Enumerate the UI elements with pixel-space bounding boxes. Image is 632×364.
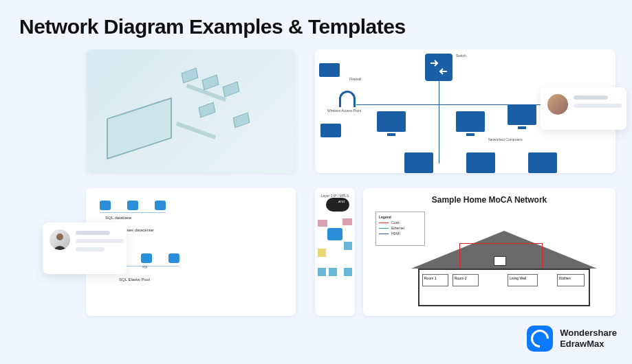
avatar <box>50 229 70 250</box>
placeholder-line <box>574 95 608 100</box>
brand-name-1: Wondershare <box>560 328 617 339</box>
placeholder-line <box>76 239 124 243</box>
placeholder-line <box>76 231 110 235</box>
template-card-isometric[interactable] <box>86 49 296 173</box>
cloud-icon <box>326 198 349 212</box>
wifi-router-icon <box>339 91 356 107</box>
switch-icon <box>425 54 453 81</box>
template-grid: Switch Firewall Wireless Access Point Ne… <box>86 49 588 317</box>
floating-user-card-1 <box>541 87 626 130</box>
placeholder-line <box>76 247 105 251</box>
brand-name-2: EdrawMax <box>560 339 617 350</box>
placeholder-line <box>574 104 622 108</box>
svg-point-0 <box>56 234 63 240</box>
floating-user-card-2 <box>43 223 127 274</box>
template-card-home-network[interactable]: Sample Home MoCA Network Legend Coax Eth… <box>363 188 615 316</box>
brand-logo: Wondershare EdrawMax <box>527 326 617 352</box>
edrawmax-icon <box>527 326 553 352</box>
page-title: Network Diagram Examples & Templates <box>19 15 406 38</box>
house-diagram: Sample Home MoCA Network Legend Coax Eth… <box>363 188 615 316</box>
isometric-diagram <box>86 49 296 173</box>
template-card-mpls[interactable]: Layer 3 IP / MPLS AT&T <box>315 188 355 316</box>
avatar <box>547 94 568 115</box>
mpls-diagram: Layer 3 IP / MPLS AT&T <box>315 188 355 316</box>
